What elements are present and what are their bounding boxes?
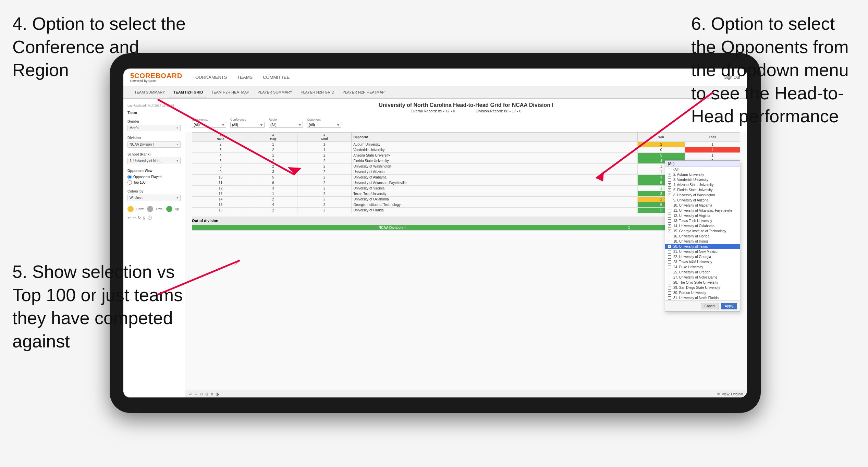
sub-nav-team-summary[interactable]: TEAM SUMMARY (130, 86, 169, 98)
dropdown-item[interactable]: 11. University of Arkansas, Fayetteville (665, 208, 740, 213)
dropdown-item[interactable]: 14. University of Oklahoma (665, 223, 740, 229)
view-label-text: View: Original (722, 392, 743, 396)
dropdown-item-label: 28. The Ohio State University (673, 281, 718, 284)
dropdown-item[interactable]: 2. Auburn University (665, 172, 740, 177)
cancel-button[interactable]: Cancel (701, 303, 719, 309)
dropdown-item[interactable]: 20. University of Texas (665, 244, 740, 249)
out-of-div-header: Out of division (192, 217, 740, 225)
school-label: School (Rank) (127, 152, 181, 156)
sub-nav-team-h2h-grid[interactable]: TEAM H2H GRID (169, 86, 207, 98)
clock-button[interactable]: 🕐 (147, 216, 152, 220)
toolbar-copy[interactable]: ⎘ (206, 392, 208, 396)
radio-top100[interactable]: Top 100 (127, 180, 181, 185)
dropdown-item[interactable]: 10. University of Alabama (665, 203, 740, 208)
conference-filter-select[interactable]: (All) (230, 122, 265, 128)
region-filter-select[interactable]: (All) (269, 122, 303, 128)
refresh-button[interactable]: ↻ (138, 216, 141, 220)
dropdown-header: (All) (665, 161, 740, 167)
dropdown-item-label: 9. University of Arizona (673, 198, 708, 202)
td-rag: 2 (249, 197, 297, 202)
radio-top100-input[interactable] (127, 180, 132, 185)
nav-tournaments[interactable]: TOURNAMENTS (193, 73, 227, 82)
sub-nav: TEAM SUMMARY TEAM H2H GRID TEAM H2H HEAT… (123, 86, 747, 99)
division-label: Division (127, 136, 181, 140)
dropdown-item-label: 20. University of Texas (673, 245, 708, 248)
copy-button[interactable]: ⎘ (143, 216, 145, 220)
dropdown-item[interactable]: 29. San Diego State University (665, 285, 740, 290)
toolbar-camera[interactable]: ◑ (216, 392, 219, 396)
dropdown-item[interactable]: 13. Texas Tech University (665, 218, 740, 223)
sub-nav-player-h2h-heatmap[interactable]: PLAYER H2H HEATMAP (338, 86, 389, 98)
data-title: University of North Carolina Head-to-Hea… (192, 102, 740, 108)
td-rag: 2 (249, 208, 297, 213)
dropdown-item[interactable]: 9. University of Arizona (665, 198, 740, 203)
dropdown-checkbox (668, 260, 671, 264)
dropdown-item-label: (All) (673, 168, 680, 171)
dropdown-item[interactable]: 25. University of Oregon (665, 270, 740, 275)
toolbar-refresh[interactable]: ↺ (200, 392, 203, 396)
td-conf: 2 (297, 175, 351, 180)
th-rank: #Rank (192, 133, 249, 142)
toolbar-clock[interactable]: ⊕ (210, 392, 213, 396)
dropdown-item[interactable]: 31. University of North Florida (665, 295, 740, 300)
dropdown-item[interactable]: 4. Arizona State University (665, 182, 740, 187)
dropdown-item[interactable]: 21. University of New Mexico (665, 249, 740, 254)
dropdown-item[interactable]: (All) (665, 167, 740, 172)
redo-button[interactable]: ↪ (133, 216, 136, 220)
dropdown-checkbox (668, 240, 671, 243)
annotation-top-left: 4. Option to select the Conference and R… (12, 12, 191, 82)
sub-nav-player-h2h-grid[interactable]: PLAYER H2H GRID (296, 86, 338, 98)
nav-committee[interactable]: COMMITTEE (263, 73, 290, 82)
school-select[interactable]: 1. University of Nort... (127, 158, 181, 164)
dropdown-item[interactable]: 27. University of Notre Dame (665, 275, 740, 280)
colour-by-select[interactable]: Win/loss (127, 195, 181, 201)
dropdown-item[interactable]: 15. Georgia Institute of Technology (665, 229, 740, 234)
dropdown-item[interactable]: 12. University of Virginia (665, 213, 740, 218)
table-row: 12 3 2 University of Virginia 1 1 (192, 186, 740, 191)
dropdown-item[interactable]: 8. University of Washington (665, 193, 740, 198)
table-row: 9 3 2 University of Arizona 1 0 (192, 169, 740, 175)
conference-filter: Conference (All) (230, 118, 265, 128)
sub-nav-player-summary[interactable]: PLAYER SUMMARY (253, 86, 296, 98)
radio-opponents-played[interactable]: Opponents Played (127, 175, 181, 179)
dropdown-item-label: 25. University of Oregon (673, 270, 710, 274)
undo-button[interactable]: ↩ (127, 216, 131, 220)
opponents-filter-select[interactable]: (All) (192, 122, 226, 128)
radio-top100-label: Top 100 (133, 181, 146, 184)
dropdown-checkbox (668, 224, 671, 228)
dropdown-checkbox (668, 188, 671, 192)
dropdown-item[interactable]: 16. University of Florida (665, 234, 740, 239)
toolbar-undo[interactable]: ↩ (189, 392, 192, 396)
dropdown-checkbox (668, 235, 671, 238)
dropdown-checkbox (668, 199, 671, 202)
table-row: 6 2 2 Florida State University 4 2 (192, 158, 740, 164)
division-select[interactable]: NCAA Division I (127, 141, 181, 148)
dropdown-checkbox (668, 183, 671, 187)
dropdown-item[interactable]: 18. University of Illinois (665, 239, 740, 244)
td-win: 5 (638, 153, 685, 158)
nav-teams[interactable]: TEAMS (237, 73, 253, 82)
toolbar-redo[interactable]: ↪ (195, 392, 197, 396)
td-rank: 15 (192, 202, 249, 208)
apply-button[interactable]: Apply (721, 303, 737, 309)
td-rank: 11 (192, 180, 249, 186)
dropdown-item-label: 31. University of North Florida (673, 296, 719, 300)
dropdown-item[interactable]: 22. University of Georgia (665, 254, 740, 259)
dropdown-item[interactable]: 30. Purdue University (665, 290, 740, 295)
dropdown-item[interactable]: 24. Duke University (665, 265, 740, 270)
opponent-filter-select[interactable]: (All) (307, 122, 341, 128)
dropdown-item[interactable]: 28. The Ohio State University (665, 280, 740, 285)
dropdown-checkbox (668, 168, 671, 171)
td-conf: 2 (297, 180, 351, 186)
dropdown-item-label: 27. University of Notre Dame (673, 275, 717, 279)
radio-opponents-played-input[interactable] (127, 175, 132, 179)
dropdown-item[interactable]: 23. Texas A&M University (665, 259, 740, 265)
gender-select[interactable]: Men's (127, 125, 181, 131)
dropdown-item[interactable]: 6. Florida State University (665, 187, 740, 193)
td-rank: 12 (192, 186, 249, 191)
data-toolbar: ↩ ↪ ↺ ⎘ ⊕ ◑ 👁 View: Original (185, 391, 747, 397)
view-label: 👁 View: Original (717, 392, 743, 396)
sub-nav-team-h2h-heatmap[interactable]: TEAM H2H HEATMAP (207, 86, 253, 98)
dropdown-item[interactable]: 3. Vanderbilt University (665, 177, 740, 182)
td-opponent: Florida State University (352, 158, 638, 164)
